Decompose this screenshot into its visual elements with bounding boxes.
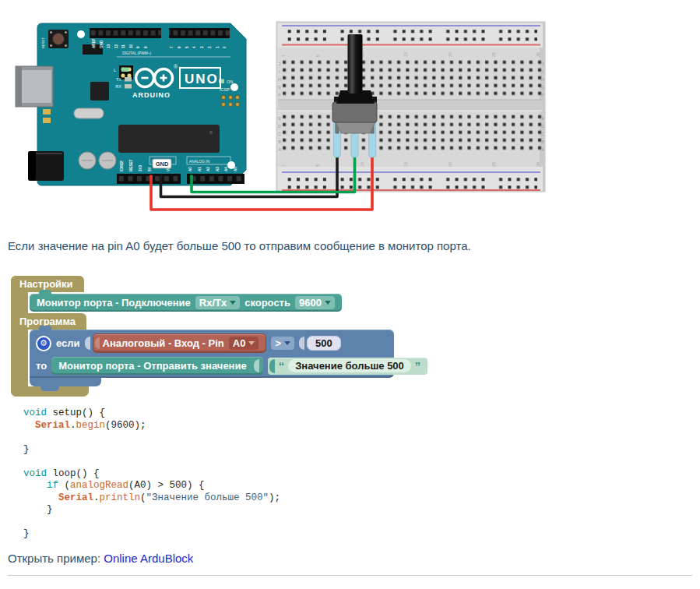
string-value: Значение больше 500 <box>288 359 411 372</box>
svg-text:A1: A1 <box>198 167 202 171</box>
svg-text:IOREF: IOREF <box>120 160 124 171</box>
operator-dropdown: > <box>271 337 294 350</box>
chevron-down-icon <box>284 341 290 345</box>
ardublock-diagram: Настройки Монитор порта - Подключение Rx… <box>11 276 394 397</box>
svg-text:5: 5 <box>315 55 320 57</box>
svg-text:RESET: RESET <box>41 37 45 48</box>
svg-text:1: 1 <box>280 164 285 167</box>
footer: Открыть пример: Online ArduBlock <box>8 552 700 565</box>
svg-text:H: H <box>541 77 544 82</box>
svg-text:E: E <box>278 116 281 121</box>
svg-text:20: 20 <box>448 162 452 167</box>
svg-text:B: B <box>541 139 544 144</box>
svg-text:A: A <box>278 147 281 152</box>
svg-text:8: 8 <box>144 46 148 48</box>
analog-read-block: Аналоговый - Вход - Pin A0 <box>93 333 267 353</box>
svg-text:9: 9 <box>136 46 140 48</box>
svg-text:0: 0 <box>223 46 227 48</box>
svg-text:D: D <box>541 124 544 129</box>
close-quote: ” <box>415 360 421 372</box>
svg-text:ON: ON <box>227 79 233 84</box>
svg-text:A5: A5 <box>234 167 237 171</box>
uno-label: UNO <box>185 72 219 86</box>
digital-label: DIGITAL (PWM~) <box>122 51 152 55</box>
svg-text:C: C <box>278 132 281 136</box>
then-label: то <box>36 360 47 372</box>
svg-text:3V3: 3V3 <box>139 164 142 171</box>
svg-text:J: J <box>542 62 544 66</box>
svg-text:15: 15 <box>403 52 408 57</box>
svg-text:ICSP: ICSP <box>220 87 230 92</box>
if-block: ⚙ если Аналоговый - Вход - Pin A0 > 500 … <box>30 330 394 378</box>
svg-text:L: L <box>114 68 116 72</box>
analog-read-title: Аналоговый - Вход - Pin <box>103 337 224 349</box>
serial-print-title: Монитор порта - Отправить значение <box>58 360 247 372</box>
connector-tab <box>269 359 275 373</box>
svg-text:5: 5 <box>315 164 320 167</box>
svg-text:4: 4 <box>192 46 196 48</box>
svg-text:30: 30 <box>536 52 540 57</box>
socket-notch <box>254 359 259 372</box>
speed-label: скорость <box>244 297 290 309</box>
open-example-label: Открыть пример: <box>8 552 100 565</box>
threshold-value: 500 <box>307 336 341 351</box>
if-label: если <box>56 337 80 349</box>
ardublock-link[interactable]: Online ArduBlock <box>104 552 193 565</box>
svg-text:GND: GND <box>100 40 104 48</box>
svg-text:1: 1 <box>216 46 220 48</box>
power-jack <box>28 151 64 181</box>
svg-text:H: H <box>278 77 281 82</box>
svg-text:C: C <box>541 132 544 136</box>
svg-text:E: E <box>541 116 544 121</box>
svg-text:TX: TX <box>116 77 121 82</box>
serial-setup-title: Монитор порта - Подключение <box>37 297 191 309</box>
svg-text:2: 2 <box>208 46 212 48</box>
open-quote: “ <box>279 360 285 372</box>
svg-text:G: G <box>541 85 544 90</box>
port-dropdown: Rx/Tx <box>195 296 240 309</box>
usb-connector <box>16 66 53 107</box>
arduino-label: ARDUINO <box>132 91 171 99</box>
svg-text:30: 30 <box>536 162 540 167</box>
chevron-down-icon <box>248 341 255 345</box>
svg-text:12: 12 <box>114 44 118 48</box>
arduino-board: RESET L TX <box>16 23 246 185</box>
svg-text:5V: 5V <box>148 166 152 171</box>
svg-text:7: 7 <box>170 46 174 48</box>
analog-in-label: ANALOG IN <box>189 160 210 164</box>
fritzing-figure: JIHGFEDCBA JIHGFEDCBA 151015202530 15101… <box>0 0 700 229</box>
svg-text:10: 10 <box>129 44 133 48</box>
svg-text:D: D <box>278 124 281 129</box>
speed-dropdown: 9600 <box>295 296 335 309</box>
svg-text:A3: A3 <box>216 167 220 171</box>
gear-icon: ⚙ <box>36 336 51 351</box>
svg-text:20: 20 <box>448 52 452 57</box>
code-block: void setup() { Serial.begin(9600); } voi… <box>23 407 700 541</box>
gnd-pin-badge: GND <box>153 159 171 168</box>
chevron-down-icon <box>230 301 236 305</box>
svg-text:6: 6 <box>178 46 181 48</box>
svg-text:RX: RX <box>115 84 121 89</box>
serial-setup-block: Монитор порта - Подключение Rx/Tx скорос… <box>30 294 342 312</box>
svg-text:25: 25 <box>491 52 496 57</box>
string-block: “ Значение больше 500 ” <box>268 358 428 375</box>
svg-text:®: ® <box>174 64 178 69</box>
svg-text:B: B <box>278 139 281 144</box>
svg-text:3: 3 <box>200 46 204 48</box>
svg-text:1: 1 <box>280 55 285 57</box>
svg-text:A: A <box>541 147 544 152</box>
if-block-foot <box>30 378 101 386</box>
svg-text:A0: A0 <box>188 167 192 171</box>
svg-text:A2: A2 <box>206 167 210 171</box>
potentiometer-shaft <box>348 34 363 93</box>
svg-text:J: J <box>279 62 281 66</box>
serial-print-block: Монитор порта - Отправить значение <box>51 357 263 375</box>
svg-text:15: 15 <box>403 162 408 167</box>
svg-text:11: 11 <box>121 44 125 48</box>
svg-text:13: 13 <box>107 44 111 48</box>
svg-text:10: 10 <box>360 162 364 167</box>
pin-dropdown: A0 <box>229 337 259 350</box>
svg-text:25: 25 <box>491 162 496 167</box>
divider <box>8 575 692 576</box>
svg-text:AREF: AREF <box>92 38 96 48</box>
